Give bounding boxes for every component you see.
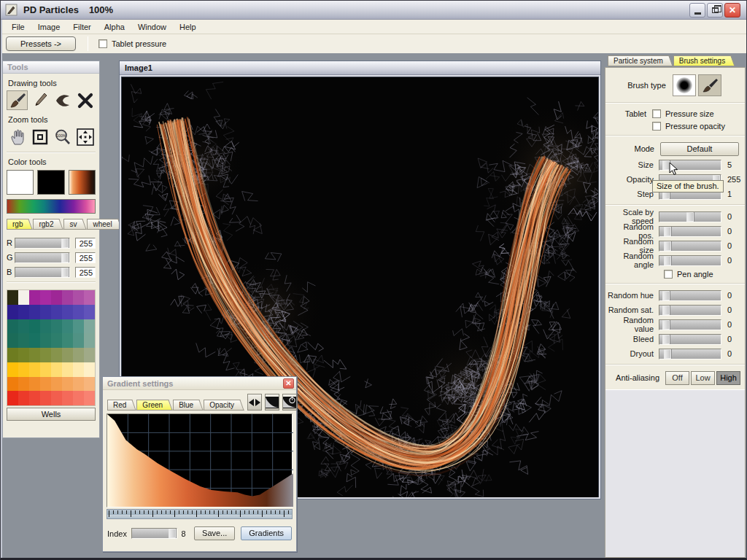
color-well-6-1[interactable] (18, 377, 29, 392)
color-well-3-1[interactable] (18, 333, 29, 348)
color-well-1-3[interactable] (40, 305, 51, 319)
white-swatch[interactable] (7, 170, 34, 195)
mode-button[interactable]: Default (660, 142, 739, 156)
slider-g[interactable] (15, 252, 69, 263)
color-well-1-7[interactable] (84, 305, 95, 319)
color-well-3-0[interactable] (7, 333, 18, 348)
color-well-2-2[interactable] (29, 319, 40, 334)
color-tab-rgb2[interactable]: rgb2 (33, 219, 58, 230)
color-well-0-6[interactable] (73, 290, 84, 305)
slider-bleed[interactable] (659, 334, 721, 345)
brush-tool-button[interactable] (7, 90, 28, 110)
color-well-5-4[interactable] (51, 362, 62, 377)
color-well-4-3[interactable] (40, 348, 51, 362)
color-well-3-2[interactable] (29, 333, 40, 348)
color-well-4-0[interactable] (7, 348, 18, 362)
slider-random-size[interactable] (659, 241, 721, 252)
slider-thumb[interactable] (61, 253, 69, 262)
color-well-4-7[interactable] (84, 348, 95, 362)
color-well-0-4[interactable] (51, 290, 62, 305)
wells-button[interactable]: Wells (7, 408, 96, 421)
slider-thumb[interactable] (664, 256, 672, 265)
zoom-100-tool-button[interactable]: 100% (52, 127, 73, 147)
color-well-1-2[interactable] (29, 305, 40, 319)
color-well-3-7[interactable] (84, 333, 95, 348)
pan-hand-tool-button[interactable] (7, 127, 28, 147)
color-well-6-3[interactable] (40, 377, 51, 392)
color-well-6-2[interactable] (29, 377, 40, 392)
slider-random-pos[interactable] (659, 226, 721, 237)
color-well-7-4[interactable] (51, 391, 62, 405)
soft-round-brush-button[interactable] (673, 74, 696, 96)
menu-help[interactable]: Help (173, 21, 203, 33)
channel-tab-blue[interactable]: Blue (173, 400, 198, 411)
color-well-5-7[interactable] (84, 362, 95, 377)
pen-tool-button[interactable] (29, 90, 50, 110)
color-well-1-5[interactable] (62, 305, 73, 319)
color-well-2-0[interactable] (7, 319, 18, 334)
menu-filter[interactable]: Filter (66, 21, 97, 33)
channel-tab-opacity[interactable]: Opacity (204, 400, 239, 411)
gradient-swatch[interactable] (69, 170, 96, 195)
slider-thumb[interactable] (686, 212, 694, 222)
slider-thumb[interactable] (664, 227, 672, 236)
color-well-1-1[interactable] (18, 305, 29, 319)
curve-time-button[interactable] (282, 394, 297, 411)
slider-thumb[interactable] (61, 268, 69, 277)
smudge-tool-button[interactable] (52, 90, 73, 110)
slider-thumb[interactable] (662, 291, 670, 300)
color-well-4-2[interactable] (29, 348, 40, 362)
anti-aliasing-low[interactable]: Low (691, 371, 715, 385)
curve-preset-button[interactable] (265, 394, 279, 411)
color-well-7-0[interactable] (7, 391, 18, 405)
color-well-5-5[interactable] (62, 362, 73, 377)
menu-file[interactable]: File (5, 21, 31, 33)
color-well-3-3[interactable] (40, 333, 51, 348)
color-well-0-7[interactable] (84, 290, 95, 305)
color-well-6-0[interactable] (7, 377, 18, 392)
color-well-3-6[interactable] (73, 333, 84, 348)
slider-dryout[interactable] (659, 349, 721, 359)
color-well-5-0[interactable] (7, 362, 18, 377)
hue-strip[interactable] (7, 199, 96, 214)
close-button[interactable]: ✕ (724, 3, 740, 18)
value-r[interactable]: 255 (75, 238, 96, 249)
slider-thumb[interactable] (662, 306, 670, 315)
zoom-navigate-tool-button[interactable] (74, 127, 96, 147)
channel-tab-green[interactable]: Green (136, 400, 168, 411)
slider-thumb[interactable] (61, 238, 69, 248)
zoom-fit-tool-button[interactable] (29, 127, 50, 147)
gradient-close-button[interactable]: ✕ (283, 378, 294, 389)
color-well-0-3[interactable] (40, 290, 51, 305)
color-well-7-2[interactable] (29, 391, 40, 405)
color-well-5-1[interactable] (18, 362, 29, 377)
save-button[interactable]: Save... (194, 526, 235, 540)
value-g[interactable]: 255 (75, 252, 96, 263)
value-b[interactable]: 255 (75, 267, 96, 278)
slider-scale-by-speed[interactable] (659, 211, 721, 222)
black-swatch[interactable] (37, 170, 64, 195)
anti-aliasing-off[interactable]: Off (665, 371, 689, 385)
slider-b[interactable] (15, 267, 69, 278)
color-well-4-6[interactable] (73, 348, 84, 362)
color-well-1-0[interactable] (7, 305, 18, 319)
color-well-4-4[interactable] (51, 348, 62, 362)
color-well-7-7[interactable] (84, 391, 95, 405)
color-well-6-7[interactable] (84, 377, 95, 392)
color-well-5-6[interactable] (73, 362, 84, 377)
gradient-curve-editor[interactable] (107, 413, 293, 508)
pen-angle-checkbox[interactable] (664, 270, 673, 279)
color-tab-rgb[interactable]: rgb (7, 219, 28, 230)
slider-size[interactable] (659, 160, 721, 171)
color-well-0-1[interactable] (18, 290, 29, 305)
color-well-2-3[interactable] (40, 319, 51, 334)
color-well-4-5[interactable] (62, 348, 73, 362)
pressets-button[interactable]: Pressets -> (6, 36, 76, 51)
pressure-opacity-checkbox[interactable] (652, 122, 661, 131)
image-title-bar[interactable]: Image1 (120, 61, 600, 75)
color-well-5-3[interactable] (40, 362, 51, 377)
flip-horizontal-button[interactable] (247, 394, 262, 411)
pressure-size-checkbox[interactable] (652, 109, 661, 118)
color-well-6-5[interactable] (62, 377, 73, 392)
color-well-2-4[interactable] (51, 319, 62, 334)
